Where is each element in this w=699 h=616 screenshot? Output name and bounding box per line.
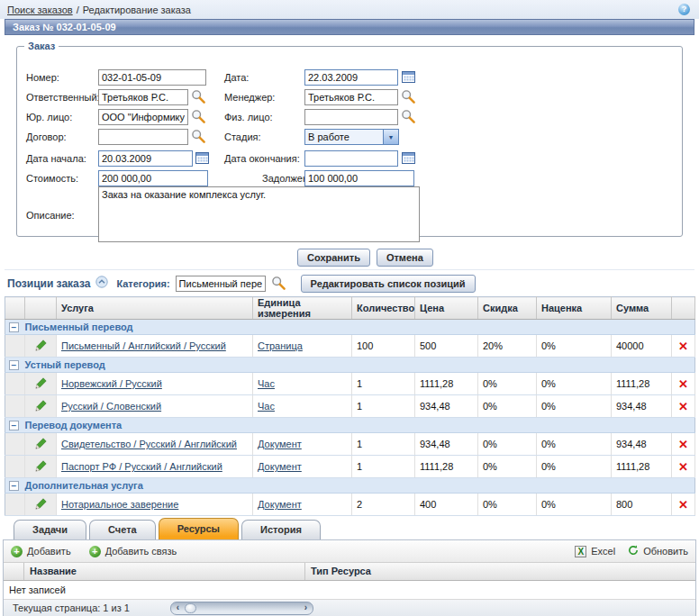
breadcrumb-link-order-search[interactable]: Поиск заказов [7, 5, 73, 15]
service-link[interactable]: Паспорт РФ / Русский / Английский [61, 461, 222, 472]
edit-icon[interactable] [34, 403, 48, 414]
service-link[interactable]: Свидетельство / Русский / Английский [61, 439, 237, 449]
description-label: Описание: [26, 210, 75, 221]
collapse-group-icon[interactable]: − [9, 421, 19, 430]
unit-cell: Документ [253, 494, 352, 516]
contract-input[interactable] [98, 129, 188, 145]
resources-toolbar: + Добавить + Добавить связь X Excel Обно… [4, 540, 695, 563]
chevron-down-icon[interactable]: ▼ [383, 130, 398, 144]
delete-icon[interactable]: ✕ [672, 377, 694, 391]
manager-label: Менеджер: [224, 89, 275, 105]
delete-icon[interactable]: ✕ [672, 400, 694, 413]
unit-link[interactable]: Документ [258, 461, 302, 472]
search-icon[interactable] [191, 109, 206, 125]
search-icon[interactable] [401, 109, 416, 125]
calendar-icon[interactable] [402, 151, 417, 168]
legal-entity-label: Юр. лицо: [26, 109, 72, 125]
resources-empty-col-header [4, 563, 24, 580]
add-button[interactable]: + Добавить [11, 546, 71, 557]
number-input[interactable] [98, 69, 206, 86]
collapse-group-icon[interactable]: − [9, 322, 19, 332]
unit-link[interactable]: Страница [258, 340, 303, 351]
person-input[interactable] [304, 109, 398, 125]
service-row: Норвежский / Русский Час 1 1111,28 0% 0%… [5, 373, 695, 395]
unit-link[interactable]: Документ [258, 439, 302, 449]
service-row: Паспорт РФ / Русский / Английский Докуме… [5, 456, 695, 478]
end-date-input[interactable] [304, 150, 398, 167]
service-link[interactable]: Письменный / Английский / Русский [61, 340, 226, 351]
markup-cell: 0% [537, 373, 612, 395]
order-fieldset: Заказ Номер: Дата: Ответственный: Менедж… [16, 41, 683, 237]
search-icon[interactable] [191, 89, 206, 105]
responsible-label: Ответственный: [26, 89, 100, 105]
unit-link[interactable]: Час [258, 378, 275, 389]
search-icon[interactable] [401, 89, 416, 105]
order-title-bar: Заказ № 032-01-05-09 [5, 19, 694, 35]
scroll-left-icon[interactable]: ‹ [172, 602, 184, 614]
cancel-button[interactable]: Отмена [377, 249, 433, 267]
excel-export-button[interactable]: X Excel [575, 545, 615, 557]
delete-icon[interactable]: ✕ [672, 498, 694, 512]
delete-icon[interactable]: ✕ [672, 438, 694, 451]
category-input[interactable] [176, 276, 266, 292]
delete-icon[interactable]: ✕ [672, 340, 694, 353]
description-textarea[interactable]: Заказ на оказание комплекса услуг. [98, 186, 420, 242]
add-link-button[interactable]: + Добавить связь [89, 546, 177, 557]
stage-select[interactable]: В работе ▼ [304, 129, 399, 145]
edit-icon[interactable] [34, 502, 48, 512]
date-input[interactable] [304, 69, 398, 86]
edit-icon[interactable] [34, 381, 48, 392]
collapse-group-icon[interactable]: − [9, 360, 19, 370]
plus-icon: + [89, 546, 101, 557]
legal-entity-input[interactable] [98, 109, 188, 125]
delete-icon[interactable]: ✕ [672, 460, 694, 474]
group-name: Перевод документа [25, 418, 695, 433]
service-cell: Паспорт РФ / Русский / Английский [57, 456, 253, 478]
collapse-group-icon[interactable]: − [9, 481, 19, 491]
tab-invoices[interactable]: Счета [89, 520, 156, 539]
refresh-button[interactable]: Обновить [628, 545, 688, 557]
tab-resources[interactable]: Ресурсы [159, 518, 239, 539]
start-date-input[interactable] [98, 150, 193, 167]
tab-tasks[interactable]: Задачи [14, 520, 86, 539]
service-row: Русский / Словенский Час 1 934,48 0% 0% … [5, 395, 695, 418]
calendar-icon[interactable] [402, 70, 417, 86]
service-link[interactable]: Норвежский / Русский [61, 378, 162, 389]
unit-link[interactable]: Документ [258, 499, 302, 510]
help-icon[interactable]: ? [678, 4, 690, 15]
manager-input[interactable] [304, 89, 398, 105]
scrollbar-thumb[interactable] [185, 603, 196, 613]
group-name: Устный перевод [25, 358, 695, 373]
tab-history[interactable]: История [241, 520, 321, 539]
service-link[interactable]: Нотариальное заверение [61, 499, 178, 510]
unit-cell: Документ [253, 456, 352, 478]
save-button[interactable]: Сохранить [297, 249, 370, 267]
price-cell: 934,48 [415, 395, 478, 418]
sum-cell: 40000 [612, 335, 672, 358]
markup-cell: 0% [537, 433, 612, 456]
service-row: Свидетельство / Русский / Английский Док… [5, 433, 695, 456]
refresh-icon [628, 545, 639, 557]
responsible-input[interactable] [98, 89, 188, 105]
person-label: Физ. лицо: [224, 109, 273, 125]
service-link[interactable]: Русский / Словенский [61, 401, 161, 412]
edit-icon[interactable] [34, 441, 48, 452]
edit-icon[interactable] [34, 343, 48, 354]
cost-input[interactable] [98, 170, 208, 186]
horizontal-scrollbar[interactable]: ‹ › [170, 602, 313, 615]
edit-positions-list-button[interactable]: Редактировать список позиций [301, 275, 476, 293]
discount-cell: 0% [478, 456, 537, 478]
search-icon[interactable] [271, 276, 286, 291]
edit-icon[interactable] [34, 464, 48, 475]
search-icon[interactable] [191, 129, 206, 145]
scroll-right-icon[interactable]: › [300, 602, 312, 614]
start-date-label: Дата начала: [26, 150, 86, 167]
calendar-icon[interactable] [195, 151, 211, 168]
resources-empty-message: Нет записей [4, 581, 695, 600]
date-label: Дата: [224, 69, 249, 86]
collapse-section-icon[interactable] [95, 276, 111, 291]
unit-link[interactable]: Час [258, 401, 275, 412]
discount-cell: 0% [478, 395, 537, 418]
form-row-number-date: Номер: Дата: [17, 69, 682, 87]
debt-input[interactable] [304, 170, 414, 186]
